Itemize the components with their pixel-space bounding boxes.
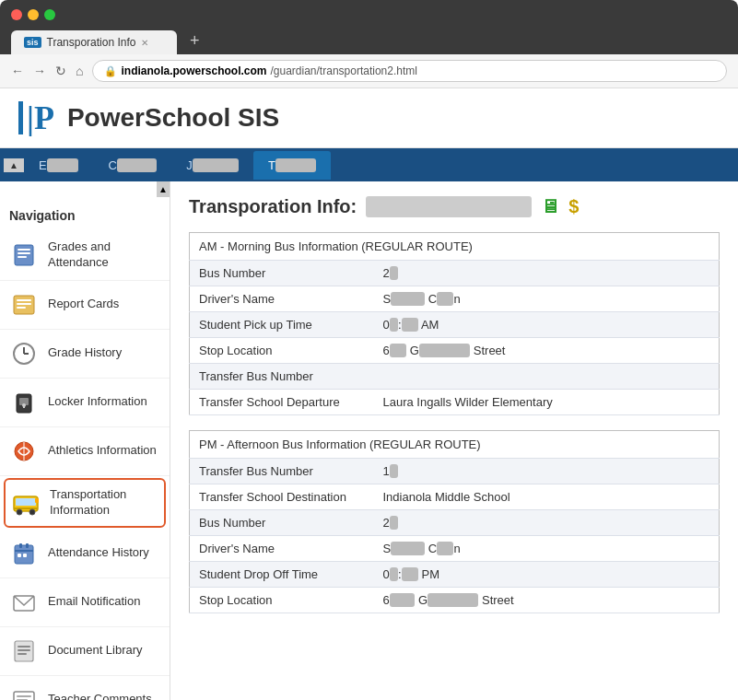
svg-point-21 <box>29 509 35 515</box>
am-transfer-bus-value <box>374 364 720 390</box>
student-name-blurred <box>366 196 532 217</box>
lock-icon: 🔒 <box>104 65 117 77</box>
am-bus-number-label: Bus Number <box>190 261 374 286</box>
table-row: Transfer School Destination Indianola Mi… <box>190 484 720 510</box>
svg-point-20 <box>17 509 22 515</box>
am-pickup-time-label: Student Pick up Time <box>190 312 374 338</box>
pm-transfer-bus-label: Transfer Bus Number <box>190 459 374 484</box>
am-transfer-bus-label: Transfer Bus Number <box>190 364 374 390</box>
sidebar-item-grade-history[interactable]: Grade History <box>0 330 170 379</box>
monitor-icon[interactable]: 🖥 <box>541 196 559 217</box>
back-button[interactable]: ← <box>11 64 24 78</box>
email-icon <box>9 588 39 617</box>
table-row: Transfer Bus Number <box>190 364 720 390</box>
pm-dropoff-time-value: 0█:██ PM <box>374 562 720 588</box>
svg-rect-3 <box>18 256 27 258</box>
home-button[interactable]: ⌂ <box>76 64 83 78</box>
teacher-icon <box>9 685 39 700</box>
student-tab-2[interactable]: J█████r <box>171 151 253 180</box>
address-input[interactable]: 🔒 indianola.powerschool.com /guardian/tr… <box>92 60 727 82</box>
am-pickup-time-value: 0█:██ AM <box>374 312 720 338</box>
address-bar: ← → ↻ ⌂ 🔒 indianola.powerschool.com /gua… <box>0 54 738 88</box>
am-stop-location-label: Stop Location <box>190 338 374 364</box>
tab-bar: sis Transporation Info ✕ + <box>11 28 727 54</box>
student-tab-3[interactable]: T████n <box>253 151 331 180</box>
svg-rect-27 <box>18 554 21 557</box>
svg-rect-1 <box>18 249 30 251</box>
sidebar: ▲ Navigation Grades and Attendance <box>0 181 170 700</box>
sidebar-item-teacher[interactable]: Teacher Comments <box>0 676 170 700</box>
svg-rect-33 <box>18 653 27 655</box>
forward-button[interactable]: → <box>33 64 46 78</box>
pm-stop-location-value: 6███ G██████ Street <box>374 588 720 613</box>
sidebar-item-transportation-label: Transportation Information <box>50 487 158 519</box>
pm-bus-number-value: 2█ <box>374 510 720 536</box>
locker-icon <box>9 388 39 417</box>
svg-rect-22 <box>35 498 39 503</box>
page-header: |P PowerSchool SIS <box>0 88 738 148</box>
svg-rect-6 <box>17 303 31 305</box>
new-tab-button[interactable]: + <box>181 28 209 54</box>
main-layout: ▲ Navigation Grades and Attendance <box>0 181 738 700</box>
attendance-icon <box>9 539 39 568</box>
sidebar-item-documents[interactable]: Document Library <box>0 627 170 676</box>
sidebar-item-email-label: Email Notification <box>48 594 140 610</box>
table-row: Bus Number 2█ <box>190 510 720 536</box>
pm-drivers-name-label: Driver's Name <box>190 536 374 562</box>
pm-bus-number-label: Bus Number <box>190 510 374 536</box>
dollar-icon[interactable]: $ <box>568 196 579 217</box>
svg-rect-19 <box>14 508 38 509</box>
am-stop-location-value: 6██ G██████ Street <box>374 338 720 364</box>
sidebar-item-transportation[interactable]: Transportation Information <box>4 478 166 528</box>
report-cards-icon <box>9 290 39 320</box>
svg-rect-26 <box>15 550 33 552</box>
sidebar-item-documents-label: Document Library <box>48 643 143 659</box>
table-row: Bus Number 2█ <box>190 261 720 286</box>
scroll-up-button[interactable]: ▲ <box>4 158 24 172</box>
svg-rect-0 <box>15 245 33 265</box>
sidebar-item-athletics[interactable]: Athletics Information <box>0 427 170 476</box>
table-row: Transfer School Departure Laura Ingalls … <box>190 390 720 415</box>
svg-rect-25 <box>26 543 29 548</box>
grades-icon <box>9 240 39 270</box>
dot-yellow <box>28 9 39 20</box>
pm-transfer-school-dest-value: Indianola Middle School <box>374 484 720 510</box>
table-row: Stop Location 6███ G██████ Street <box>190 588 720 613</box>
svg-rect-18 <box>16 498 36 506</box>
sidebar-item-attendance[interactable]: Attendance History <box>0 530 170 578</box>
document-icon <box>9 636 39 666</box>
sidebar-item-email[interactable]: Email Notification <box>0 578 170 627</box>
table-row: Student Pick up Time 0█:██ AM <box>190 312 720 338</box>
browser-dots <box>11 9 727 20</box>
am-section-header: AM - Morning Bus Information (REGULAR RO… <box>190 233 720 261</box>
svg-rect-5 <box>17 299 31 301</box>
am-transfer-school-value: Laura Ingalls Wilder Elementary <box>374 390 720 415</box>
grade-history-icon <box>9 339 39 368</box>
address-domain: indianola.powerschool.com <box>121 64 266 77</box>
browser-chrome: sis Transporation Info ✕ + <box>0 0 738 54</box>
sidebar-item-grade-history-label: Grade History <box>48 345 122 361</box>
svg-rect-24 <box>19 543 22 548</box>
sidebar-scroll-button[interactable]: ▲ <box>157 181 170 197</box>
content-area: Transporation Info: 🖥 $ AM - Morning Bus… <box>170 181 738 700</box>
page-title: Transporation Info: 🖥 $ <box>189 196 720 217</box>
sidebar-item-grades[interactable]: Grades and Attendance <box>0 230 170 281</box>
student-tab-1[interactable]: C████s <box>93 151 171 180</box>
tab-close-button[interactable]: ✕ <box>141 38 148 48</box>
logo-icon: |P <box>18 101 54 134</box>
sidebar-title: Navigation <box>0 197 170 230</box>
sidebar-item-attendance-label: Attendance History <box>48 545 149 561</box>
address-path: /guardian/transportation2.html <box>271 64 417 77</box>
am-drivers-name-value: S████ C██n <box>374 286 720 312</box>
sidebar-item-report-cards-label: Report Cards <box>48 297 119 312</box>
sidebar-item-grades-label: Grades and Attendance <box>48 239 160 271</box>
sidebar-item-athletics-label: Athletics Information <box>48 443 157 459</box>
student-tab-0[interactable]: E███e <box>24 151 94 180</box>
sidebar-item-locker[interactable]: Locker Information <box>0 379 170 427</box>
pm-drivers-name-value: S████ C██n <box>374 536 720 562</box>
sidebar-item-report-cards[interactable]: Report Cards <box>0 281 170 330</box>
tab-sis-badge: sis <box>24 37 41 48</box>
reload-button[interactable]: ↻ <box>55 64 66 78</box>
sidebar-item-teacher-label: Teacher Comments <box>48 692 152 700</box>
browser-tab[interactable]: sis Transporation Info ✕ <box>11 30 177 54</box>
